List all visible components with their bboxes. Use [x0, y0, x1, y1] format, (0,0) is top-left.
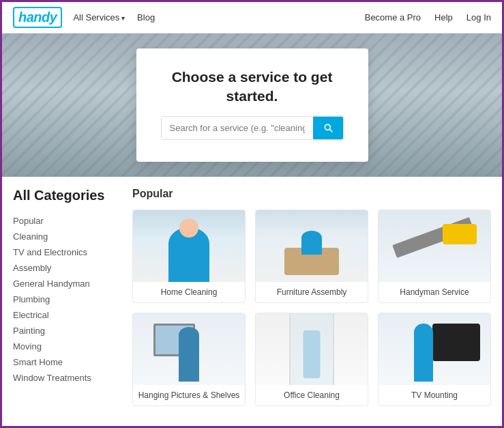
- service-label-hanging: Hanging Pictures & Shelves: [133, 385, 245, 405]
- sidebar-item-moving[interactable]: Moving: [13, 339, 121, 354]
- search-card: Choose a service to get started.: [136, 48, 368, 162]
- sidebar-item-cleaning[interactable]: Cleaning: [13, 229, 121, 244]
- service-label-furniture: Furniture Assembly: [256, 282, 368, 302]
- service-image-hanging: [133, 313, 245, 385]
- sidebar-item-handyman[interactable]: General Handyman: [13, 276, 121, 291]
- main-content: All Categories Popular Cleaning TV and E…: [2, 177, 502, 420]
- nav-help[interactable]: Help: [434, 12, 453, 23]
- service-image-home-cleaning: [133, 210, 245, 282]
- sidebar-item-popular[interactable]: Popular: [13, 213, 121, 229]
- nav-links: All Services Blog: [73, 12, 364, 23]
- service-image-furniture: [256, 210, 368, 282]
- navbar: handy All Services Blog Become a Pro Hel…: [2, 2, 502, 33]
- search-bar: [161, 116, 344, 140]
- search-button[interactable]: [313, 117, 343, 139]
- service-image-office: [256, 313, 368, 385]
- search-input[interactable]: [162, 117, 313, 139]
- category-title: Popular: [132, 188, 491, 200]
- page-wrapper: handy All Services Blog Become a Pro Hel…: [0, 0, 504, 428]
- service-label-office: Office Cleaning: [256, 385, 368, 405]
- service-image-handyman: [379, 210, 490, 282]
- service-card-home-cleaning[interactable]: Home Cleaning: [132, 210, 246, 303]
- sidebar-item-smart-home[interactable]: Smart Home: [13, 354, 121, 370]
- nav-right: Become a Pro Help Log In: [365, 12, 491, 23]
- sidebar: All Categories Popular Cleaning TV and E…: [13, 188, 132, 406]
- nav-blog[interactable]: Blog: [137, 12, 155, 23]
- sidebar-item-plumbing[interactable]: Plumbing: [13, 291, 121, 307]
- nav-become-pro[interactable]: Become a Pro: [365, 12, 421, 23]
- search-icon: [323, 122, 333, 133]
- sidebar-item-electrical[interactable]: Electrical: [13, 307, 121, 323]
- sidebar-item-window-treatments[interactable]: Window Treatments: [13, 370, 121, 386]
- category-content: Popular Home Cleaning Furniture Assembly…: [132, 188, 491, 406]
- sidebar-item-tv-electronics[interactable]: TV and Electronics: [13, 244, 121, 260]
- service-card-handyman[interactable]: Handyman Service: [378, 210, 491, 303]
- nav-all-services[interactable]: All Services: [73, 12, 125, 23]
- service-label-tv: TV Mounting: [379, 385, 490, 405]
- hero-heading: Choose a service to get started.: [161, 68, 344, 105]
- sidebar-item-assembly[interactable]: Assembly: [13, 260, 121, 276]
- service-label-home-cleaning: Home Cleaning: [133, 282, 245, 302]
- service-card-office[interactable]: Office Cleaning: [255, 313, 368, 406]
- nav-login[interactable]: Log In: [466, 12, 491, 23]
- logo[interactable]: handy: [13, 7, 62, 28]
- service-label-handyman: Handyman Service: [379, 282, 490, 302]
- service-image-tv: [379, 313, 490, 385]
- hero-section: Choose a service to get started.: [2, 33, 502, 177]
- sidebar-title: All Categories: [13, 188, 121, 203]
- service-card-furniture-assembly[interactable]: Furniture Assembly: [255, 210, 368, 303]
- sidebar-item-painting[interactable]: Painting: [13, 323, 121, 339]
- service-card-hanging[interactable]: Hanging Pictures & Shelves: [132, 313, 246, 406]
- service-card-tv[interactable]: TV Mounting: [378, 313, 491, 406]
- services-grid: Home Cleaning Furniture Assembly Handyma…: [132, 210, 491, 406]
